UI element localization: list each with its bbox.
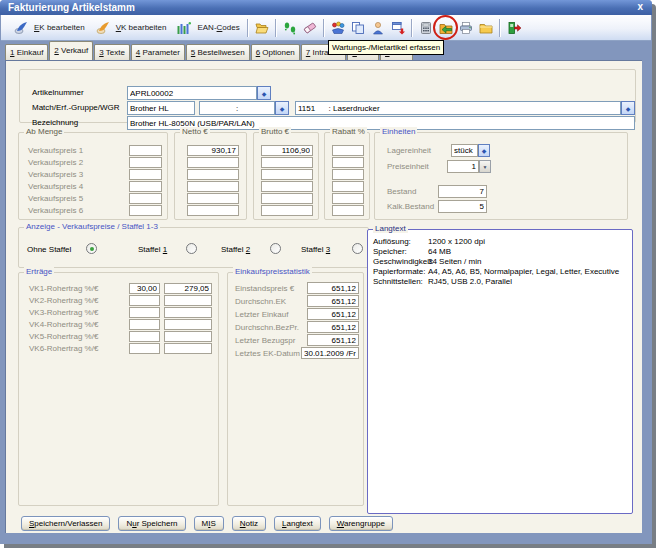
- geschwindigkeit-value: 34 Seiten / min: [428, 257, 481, 266]
- ean-codes-button[interactable]: EAN-Codes: [170, 16, 243, 40]
- warengruppe-spinner-button[interactable]: [621, 101, 635, 115]
- artikelnummer-spinner-button[interactable]: [257, 86, 271, 100]
- vk5-rohertrag-prozent-input[interactable]: [129, 331, 160, 342]
- erf-gruppe-spinner-button[interactable]: [275, 101, 289, 115]
- vk2-rohertrag-euro-input[interactable]: [164, 295, 212, 306]
- speicher-label: Speicher:: [373, 247, 407, 256]
- vk3-rohertrag-prozent-input[interactable]: [129, 307, 160, 318]
- netto-1-input[interactable]: [187, 145, 239, 156]
- exit-button[interactable]: [504, 18, 524, 38]
- rabatt-4-input[interactable]: [332, 181, 364, 192]
- ab-menge-4-input[interactable]: [129, 181, 162, 192]
- letztes-ek-datum-input[interactable]: [301, 347, 359, 359]
- langtext-button[interactable]: Langtext: [274, 516, 321, 531]
- vk6-rohertrag-prozent-input[interactable]: [129, 343, 160, 354]
- brutto-5-input[interactable]: [261, 193, 313, 204]
- wartungs-mietartikel-button[interactable]: [436, 18, 456, 38]
- print-button[interactable]: [456, 18, 476, 38]
- speichern-verlassen-button[interactable]: Speichern/Verlassen: [21, 516, 110, 531]
- staffel-1-radio[interactable]: [186, 243, 197, 254]
- staffel-3-radio[interactable]: [352, 243, 363, 254]
- vk-bearbeiten-button[interactable]: VK bearbeiten: [89, 16, 171, 40]
- preiseinheit-dropdown-button[interactable]: [479, 160, 491, 173]
- preiseinheit-label: Preiseinheit: [387, 162, 429, 171]
- letztes-ek-datum-label: Letztes EK-Datum: [235, 349, 300, 358]
- vk4-rohertrag-prozent-input[interactable]: [129, 319, 160, 330]
- tab-optionen[interactable]: 6 Optionen: [251, 44, 300, 60]
- ab-menge-3-input[interactable]: [129, 169, 162, 180]
- match-gruppe-wgr-label: Match/Erf.-Gruppe/WGR: [32, 103, 120, 112]
- calculator-button[interactable]: [416, 18, 436, 38]
- netto-6-input[interactable]: [187, 205, 239, 216]
- eraser-button[interactable]: [300, 18, 320, 38]
- brutto-3-input[interactable]: [261, 169, 313, 180]
- brutto-6-input[interactable]: [261, 205, 313, 216]
- mis-button[interactable]: MIS: [194, 516, 224, 531]
- tab-parameter[interactable]: 4 Parameter: [131, 44, 185, 60]
- export-button[interactable]: [388, 18, 408, 38]
- rabatt-5-input[interactable]: [332, 193, 364, 204]
- folder-button[interactable]: [476, 18, 496, 38]
- kalk-bestand-input[interactable]: [438, 200, 487, 213]
- nur-speichern-button[interactable]: Nur Speichern: [118, 516, 185, 531]
- ohne-staffel-radio[interactable]: [86, 243, 97, 254]
- wartungs-mietartikel-icon: [439, 21, 453, 35]
- einstandspreis-input[interactable]: [307, 282, 359, 294]
- netto-2-input[interactable]: [187, 157, 239, 168]
- netto-5-input[interactable]: [187, 193, 239, 204]
- rabatt-3-input[interactable]: [332, 169, 364, 180]
- folder-open-button[interactable]: [252, 18, 272, 38]
- ek-bearbeiten-button[interactable]: EK bearbeiten: [7, 16, 89, 40]
- vk4-rohertrag-euro-input[interactable]: [164, 319, 212, 330]
- ab-menge-2-input[interactable]: [129, 157, 162, 168]
- papierformate-value: A4, A5, A6, B5, Normalpapier, Legal, Let…: [428, 267, 619, 276]
- tab-bestellwesen[interactable]: 5 Bestellwesen: [186, 44, 250, 60]
- vk2-rohertrag-prozent-input[interactable]: [129, 295, 160, 306]
- rabatt-2-input[interactable]: [332, 157, 364, 168]
- netto-3-input[interactable]: [187, 169, 239, 180]
- user-button[interactable]: [368, 18, 388, 38]
- durchschn-ek-input[interactable]: [307, 295, 359, 307]
- letzter-einkauf-input[interactable]: [307, 308, 359, 320]
- brutto-2-input[interactable]: [261, 157, 313, 168]
- vk1-rohertrag-euro-input[interactable]: [164, 283, 212, 294]
- notiz-button[interactable]: Notiz: [232, 516, 266, 531]
- vk6-rohertrag-euro-input[interactable]: [164, 343, 212, 354]
- footprints-button[interactable]: [280, 18, 300, 38]
- rabatt-1-input[interactable]: [332, 145, 364, 156]
- close-button[interactable]: x: [637, 0, 643, 14]
- hand-coins-button[interactable]: [328, 18, 348, 38]
- durchschn-bezpr-input[interactable]: [307, 321, 359, 333]
- ab-menge-6-input[interactable]: [129, 205, 162, 216]
- lagereinheit-input[interactable]: [451, 144, 478, 157]
- vk-edit-icon: [93, 18, 113, 38]
- artikelnummer-input[interactable]: [127, 86, 257, 100]
- langtext-group[interactable]: Langtext Auflösung: 1200 x 1200 dpi Spei…: [367, 229, 633, 514]
- ab-menge-5-input[interactable]: [129, 193, 162, 204]
- rabatt-6-input[interactable]: [332, 205, 364, 216]
- netto-4-input[interactable]: [187, 181, 239, 192]
- verkaufspreis-4-label: Verkaufspreis 4: [28, 182, 83, 191]
- ab-menge-1-input[interactable]: [129, 145, 162, 156]
- tab-texte[interactable]: 3 Texte: [94, 44, 130, 60]
- tab-verkauf[interactable]: 2 Verkauf: [49, 41, 93, 60]
- bestand-input[interactable]: [438, 185, 487, 198]
- preiseinheit-input[interactable]: [447, 160, 479, 173]
- vk5-rohertrag-euro-input[interactable]: [164, 331, 212, 342]
- warengruppe-button[interactable]: Warengruppe: [329, 516, 393, 531]
- brutto-4-input[interactable]: [261, 181, 313, 192]
- copy-button[interactable]: [348, 18, 368, 38]
- vk1-rohertrag-prozent-input[interactable]: [129, 283, 160, 294]
- warengruppe-combo-input[interactable]: [295, 101, 621, 115]
- lagereinheit-spinner-button[interactable]: [478, 144, 490, 157]
- staffel-2-radio[interactable]: [270, 243, 281, 254]
- vk3-rohertrag-euro-input[interactable]: [164, 307, 212, 318]
- letzter-bezugspr-input[interactable]: [307, 334, 359, 346]
- vk4-rohertrag-label: VK4-Rohertrag %/€: [29, 320, 98, 329]
- title-bar: Fakturierung Artikelstamm x: [0, 0, 652, 15]
- tab-einkauf[interactable]: 1 Einkauf: [5, 44, 48, 60]
- erf-gruppe-input[interactable]: [199, 101, 275, 115]
- brutto-1-input[interactable]: [261, 145, 313, 156]
- match-input[interactable]: [127, 101, 195, 115]
- export-red-arrow-icon: [391, 21, 405, 35]
